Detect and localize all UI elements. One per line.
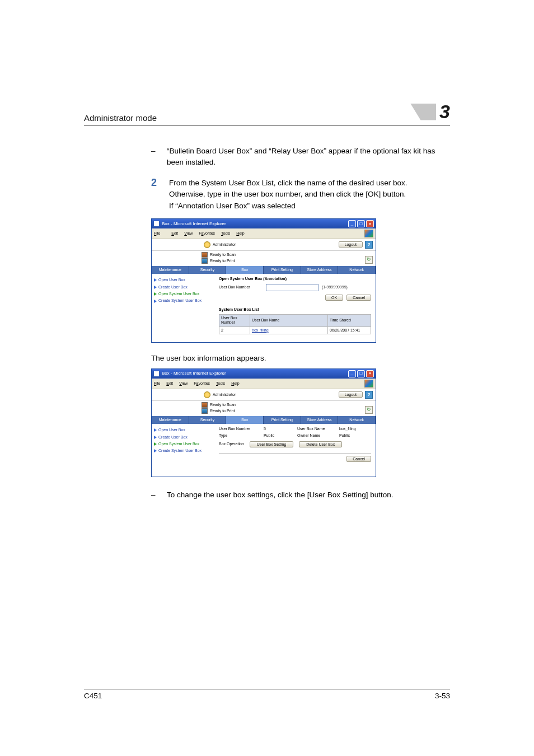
sidebar: Open User Box Create User Box Open Syste… xyxy=(152,424,214,477)
value-owner: Public xyxy=(339,433,371,438)
menu-tools[interactable]: Tools xyxy=(216,381,225,385)
logout-button[interactable]: Logout xyxy=(339,241,363,248)
menu-file[interactable]: File xyxy=(154,231,165,235)
minimize-button[interactable]: _ xyxy=(348,220,356,227)
dash-icon: – xyxy=(151,146,159,167)
user-box-setting-button[interactable]: User Box Setting xyxy=(250,441,294,447)
tab-store-address[interactable]: Store Address xyxy=(301,266,339,274)
sidebar-item-open-user-box[interactable]: Open User Box xyxy=(154,427,212,433)
sidebar-item-create-system-user-box[interactable]: Create System User Box xyxy=(154,297,212,304)
chapter-badge: 3 xyxy=(410,101,450,123)
tab-box[interactable]: Box xyxy=(226,416,264,424)
menu-edit[interactable]: Edit xyxy=(166,381,173,385)
cancel-button[interactable]: Cancel xyxy=(346,295,371,301)
window-title: Box - Microsoft Internet Explorer xyxy=(162,371,226,376)
sidebar-item-create-system-user-box[interactable]: Create System User Box xyxy=(154,447,212,454)
sidebar-item-create-user-box[interactable]: Create User Box xyxy=(154,284,212,291)
system-user-box-table: User Box Number User Box Name Time Store… xyxy=(219,314,371,334)
close-button[interactable]: × xyxy=(366,370,374,377)
tab-security[interactable]: Security xyxy=(189,266,227,274)
menu-bar: File Edit View Favorites Tools Help xyxy=(152,228,376,239)
tab-store-address[interactable]: Store Address xyxy=(301,416,339,424)
tab-bar: Maintenance Security Box Print Setting S… xyxy=(152,266,376,274)
ie-logo-icon xyxy=(153,371,160,377)
menu-bar: File Edit View Favorites Tools Help xyxy=(152,379,376,389)
minimize-button[interactable]: _ xyxy=(348,370,356,377)
step-number: 2 xyxy=(151,175,159,213)
running-head-title: Administrator mode xyxy=(84,113,157,123)
field-label-box-number: User Box Number xyxy=(219,285,263,290)
status-scan: Ready to Scan xyxy=(210,403,236,407)
triangle-icon xyxy=(154,442,157,446)
tab-maintenance[interactable]: Maintenance xyxy=(152,266,189,274)
step-2: 2 From the System User Box List, click t… xyxy=(151,178,442,213)
sidebar-item-create-user-box[interactable]: Create User Box xyxy=(154,434,212,441)
note-text-2: To change the user box settings, click t… xyxy=(167,489,393,501)
note-text: “Bulletin Board User Box” and “Relay Use… xyxy=(167,146,442,167)
logout-button[interactable]: Logout xyxy=(339,391,363,398)
printer-icon xyxy=(202,258,208,264)
menu-edit[interactable]: Edit xyxy=(171,231,178,235)
maximize-button[interactable]: □ xyxy=(357,220,365,227)
refresh-icon[interactable]: ↻ xyxy=(365,256,373,264)
tab-network[interactable]: Network xyxy=(338,416,376,424)
label-owner: Owner Name xyxy=(297,433,339,438)
tab-network[interactable]: Network xyxy=(338,266,376,274)
menu-favorites[interactable]: Favorites xyxy=(199,231,215,235)
scanner-icon xyxy=(202,402,208,408)
triangle-icon xyxy=(154,449,157,452)
th-time: Time Stored xyxy=(328,314,371,326)
status-print: Ready to Print xyxy=(210,259,235,263)
note-bullet: – To change the user box settings, click… xyxy=(151,489,442,501)
menu-help[interactable]: Help xyxy=(236,231,244,235)
sidebar-item-open-system-user-box[interactable]: Open System User Box xyxy=(154,291,212,297)
cancel-button[interactable]: Cancel xyxy=(346,456,371,462)
menu-help[interactable]: Help xyxy=(231,381,239,385)
tab-box[interactable]: Box xyxy=(226,266,264,274)
cell-number: 2 xyxy=(219,326,250,334)
admin-icon xyxy=(204,241,210,248)
ok-button[interactable]: OK xyxy=(325,295,343,301)
menu-view[interactable]: View xyxy=(184,231,193,235)
label-box-number: User Box Number xyxy=(219,427,264,431)
help-icon[interactable]: ? xyxy=(365,241,373,249)
menu-favorites[interactable]: Favorites xyxy=(194,381,210,385)
tab-print-setting[interactable]: Print Setting xyxy=(264,266,301,274)
tab-print-setting[interactable]: Print Setting xyxy=(264,416,301,424)
footer-rule xyxy=(84,689,450,689)
chapter-badge-box xyxy=(410,104,436,120)
caption-info-appears: The user box information appears. xyxy=(151,353,442,364)
refresh-icon[interactable]: ↻ xyxy=(365,406,373,414)
sidebar: Open User Box Create User Box Open Syste… xyxy=(152,274,214,342)
header-rule xyxy=(84,125,450,125)
th-number: User Box Number xyxy=(219,314,250,326)
tab-maintenance[interactable]: Maintenance xyxy=(152,416,189,424)
menu-file[interactable]: File xyxy=(154,381,160,385)
maximize-button[interactable]: □ xyxy=(357,370,365,377)
sidebar-item-open-user-box[interactable]: Open User Box xyxy=(154,277,212,283)
tab-bar: Maintenance Security Box Print Setting S… xyxy=(152,416,376,424)
printer-icon xyxy=(202,408,208,414)
value-box-number: 5 xyxy=(264,427,297,431)
delete-user-box-button[interactable]: Delete User Box xyxy=(299,441,342,447)
close-button[interactable]: × xyxy=(366,220,374,227)
value-type: Public xyxy=(264,433,297,438)
menu-view[interactable]: View xyxy=(179,381,188,385)
step-text-line1: From the System User Box List, click the… xyxy=(169,178,442,199)
ie-throbber-icon xyxy=(364,380,373,388)
menu-tools[interactable]: Tools xyxy=(221,231,230,235)
box-link[interactable]: box_filing xyxy=(252,328,269,332)
window-titlebar: Box - Microsoft Internet Explorer _ □ × xyxy=(152,219,376,228)
help-icon[interactable]: ? xyxy=(365,391,373,399)
screenshot-box-info: Box - Microsoft Internet Explorer _ □ × … xyxy=(151,368,376,477)
note-bullet: – “Bulletin Board User Box” and “Relay U… xyxy=(151,146,442,167)
list-title: System User Box List xyxy=(219,307,371,312)
dash-icon: – xyxy=(151,489,159,501)
admin-label: Administrator xyxy=(213,242,236,247)
sidebar-item-open-system-user-box[interactable]: Open System User Box xyxy=(154,441,212,447)
scanner-icon xyxy=(202,252,208,258)
triangle-icon xyxy=(154,300,157,303)
triangle-icon xyxy=(154,292,157,296)
user-box-number-input[interactable] xyxy=(266,284,318,291)
tab-security[interactable]: Security xyxy=(189,416,227,424)
